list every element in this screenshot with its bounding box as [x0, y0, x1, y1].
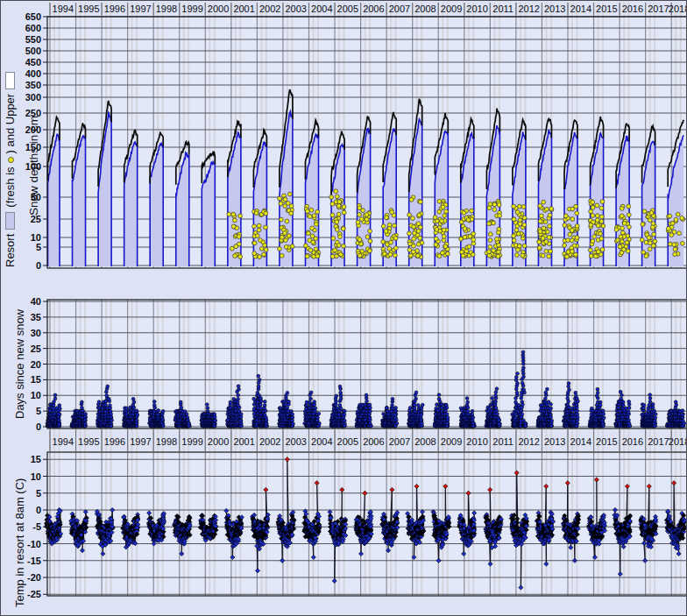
legend-resort-swatch	[5, 212, 15, 230]
y-tick-label: -20	[27, 572, 41, 583]
y-tick-label: 30	[31, 328, 41, 338]
y-tick-label: 300	[25, 92, 41, 103]
year-label: 2003	[285, 4, 306, 14]
year-label: 2016	[622, 4, 643, 14]
year-label: 2007	[389, 436, 410, 447]
year-label: 2015	[596, 436, 617, 447]
year-label: 2012	[518, 4, 539, 14]
year-label: 2013	[544, 4, 565, 14]
y-tick-label: 5	[36, 406, 41, 416]
year-label: 2008	[414, 436, 436, 447]
y-tick-label: 5	[36, 488, 41, 499]
year-label: 1996	[104, 436, 125, 447]
year-label: 2018	[669, 436, 687, 447]
y-tick-label: 600	[25, 23, 41, 33]
y-tick-label: 500	[25, 46, 41, 56]
y-tick-label: 450	[25, 57, 41, 67]
year-label: 2013	[544, 436, 565, 447]
y-tick-label: 0	[36, 505, 41, 515]
year-label: 2014	[570, 436, 591, 447]
legend-upper-swatch	[5, 72, 15, 89]
y-tick-label: -5	[32, 521, 41, 532]
y-tick-label: 10	[31, 471, 41, 482]
year-label: 2000	[208, 436, 229, 447]
legend-upper-label: ) and Upper	[4, 94, 17, 154]
y-tick-label: 35	[31, 312, 41, 322]
year-label: 2011	[492, 4, 513, 14]
year-label: 1994	[53, 436, 74, 447]
y-tick-label: 550	[25, 34, 41, 45]
year-label: 1998	[156, 4, 177, 14]
year-label: 1994	[53, 4, 74, 14]
year-label: 1995	[78, 436, 99, 447]
year-label: 1995	[78, 4, 99, 14]
y-tick-label: 350	[25, 80, 41, 90]
days-axis-title: Days since new snow	[13, 309, 26, 419]
year-label: 2010	[466, 4, 487, 14]
y-tick-label: 15	[31, 374, 41, 385]
year-label: 2011	[492, 436, 513, 447]
year-label: 2005	[337, 4, 358, 14]
y-tick-label: 650	[25, 11, 41, 22]
year-label: 1999	[181, 436, 202, 447]
year-label: 2017	[648, 4, 669, 14]
y-tick-label: 10	[31, 232, 41, 243]
year-label: 2001	[233, 436, 254, 447]
y-tick-label: 40	[31, 296, 41, 307]
year-label: 1997	[130, 4, 151, 14]
year-label: 2016	[622, 436, 643, 447]
year-label: 2009	[441, 436, 462, 447]
y-tick-label: 0	[36, 421, 41, 432]
year-label: 2004	[311, 436, 332, 447]
year-label: 2008	[414, 4, 436, 14]
chart-canvas: 0510255010015020025030035040045050055060…	[1, 1, 687, 616]
y-tick-label: -15	[27, 556, 41, 566]
year-label: 2005	[337, 436, 358, 447]
y-tick-label: 25	[31, 343, 41, 354]
y-tick-label: 5	[36, 242, 41, 252]
year-label: 1997	[130, 436, 151, 447]
year-label: 2014	[570, 4, 591, 14]
year-label: 2012	[518, 436, 539, 447]
y-tick-label: 20	[31, 359, 41, 370]
year-label: 2018	[669, 4, 687, 14]
legend-fresh-dot-icon	[8, 157, 14, 163]
y-tick-label: 0	[36, 260, 41, 271]
year-label: 2002	[259, 4, 280, 14]
legend-fresh-label-open: (fresh is	[4, 166, 17, 207]
y-tick-label: -25	[27, 589, 41, 599]
temp-axis-title: Temp in resort at 8am (C)	[13, 478, 26, 607]
year-label: 1996	[104, 4, 125, 14]
year-label: 2006	[363, 436, 384, 447]
snow-history-chart: 0510255010015020025030035040045050055060…	[0, 0, 687, 616]
year-label: 2000	[208, 4, 229, 14]
year-label: 2003	[285, 436, 306, 447]
year-label: 2015	[596, 4, 617, 14]
y-tick-label: 400	[25, 68, 41, 79]
year-label: 2006	[363, 4, 384, 14]
year-label: 2001	[233, 4, 254, 14]
y-tick-label: 10	[31, 390, 41, 400]
year-label: 2004	[311, 4, 332, 14]
year-label: 1998	[156, 436, 177, 447]
y-tick-label: 15	[31, 454, 41, 464]
year-label: 1999	[181, 4, 202, 14]
year-label: 2007	[389, 4, 410, 14]
year-label: 2017	[648, 436, 669, 447]
legend-resort-label: Resort	[4, 234, 17, 267]
year-label: 2010	[466, 436, 487, 447]
year-label: 2002	[259, 436, 280, 447]
snow-axis-title: Snow depths in cm	[27, 116, 40, 216]
snow-axis-legend: Resort(fresh is) and Upper	[4, 67, 17, 267]
y-tick-label: -10	[27, 539, 41, 549]
year-label: 2009	[441, 4, 462, 14]
